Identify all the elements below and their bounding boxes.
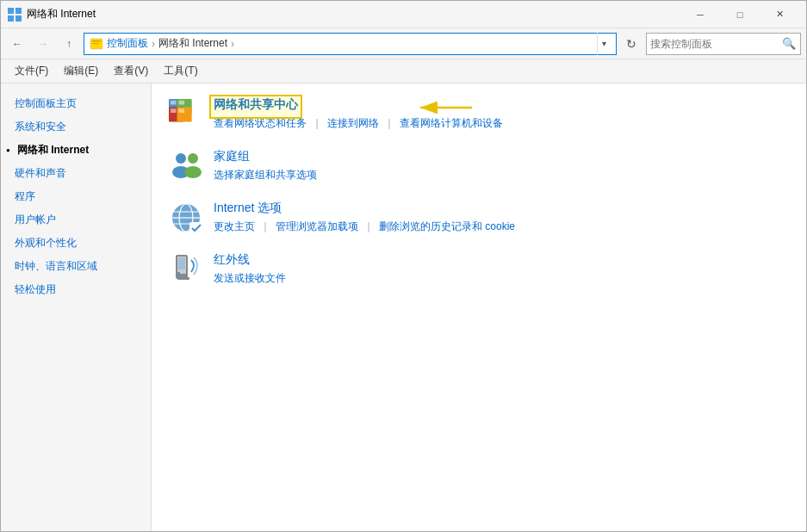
link-homegroup-sharing[interactable]: 选择家庭组和共享选项 [214, 168, 317, 182]
sidebar-item-programs[interactable]: 程序 [1, 185, 151, 208]
homegroup-content: 家庭组 选择家庭组和共享选项 [214, 149, 789, 182]
svg-point-17 [176, 153, 186, 164]
menu-edit[interactable]: 编辑(E) [57, 60, 105, 82]
internet-options-links: 更改主页 ｜ 管理浏览器加载项 ｜ 删除浏览的历史记录和 cookie [214, 220, 789, 234]
sidebar-item-accessibility[interactable]: 轻松使用 [1, 278, 151, 301]
menu-file[interactable]: 文件(F) [8, 60, 55, 82]
svg-rect-13 [171, 108, 177, 113]
link-change-homepage[interactable]: 更改主页 [214, 220, 255, 234]
title-bar: 网络和 Internet ─ □ ✕ [1, 1, 806, 28]
infrared-links: 发送或接收文件 [214, 271, 789, 286]
sidebar-item-hardware-sound[interactable]: 硬件和声音 [1, 162, 151, 185]
main-window: 网络和 Internet ─ □ ✕ ← → ↑ 控制面板 › 网络和 Inte… [0, 0, 807, 532]
minimize-button[interactable]: ─ [680, 1, 720, 28]
homegroup-title[interactable]: 家庭组 [214, 149, 250, 164]
homegroup-row: 家庭组 选择家庭组和共享选项 [169, 149, 789, 183]
internet-options-title[interactable]: Internet 选项 [214, 201, 282, 216]
infrared-row: 红外线 发送或接收文件 [169, 252, 789, 287]
network-sharing-links: 查看网络状态和任务 ｜ 连接到网络 ｜ 查看网络计算机和设备 [214, 116, 789, 131]
menu-view[interactable]: 查看(V) [107, 60, 155, 82]
address-icon [90, 37, 103, 51]
svg-rect-12 [178, 101, 184, 105]
network-sharing-icon [169, 97, 203, 132]
svg-rect-26 [189, 222, 202, 234]
close-button[interactable]: ✕ [760, 1, 799, 28]
svg-rect-0 [8, 8, 14, 14]
svg-rect-11 [171, 101, 177, 105]
link-view-computers[interactable]: 查看网络计算机和设备 [400, 116, 503, 131]
search-input[interactable] [650, 38, 781, 50]
sidebar-item-network-internet[interactable]: 网络和 Internet [1, 139, 151, 162]
menu-bar: 文件(F) 编辑(E) 查看(V) 工具(T) [1, 59, 806, 84]
breadcrumb-current: 网络和 Internet [158, 36, 227, 51]
window-controls: ─ □ ✕ [680, 1, 799, 28]
svg-rect-3 [16, 15, 22, 22]
network-sharing-content: 网络和共享中心 查看网络状态和任 [214, 97, 789, 131]
back-button[interactable]: ← [6, 33, 28, 55]
address-bar: ← → ↑ 控制面板 › 网络和 Internet › ▾ ↻ 🔍 [1, 28, 806, 59]
link-view-status[interactable]: 查看网络状态和任务 [214, 116, 307, 131]
homegroup-icon [169, 149, 203, 183]
svg-rect-31 [177, 277, 189, 280]
sidebar-item-user-accounts[interactable]: 用户帐户 [1, 208, 151, 232]
svg-point-18 [188, 153, 198, 164]
sidebar-item-system-security[interactable]: 系统和安全 [1, 115, 151, 139]
link-manage-addons[interactable]: 管理浏览器加载项 [276, 220, 358, 234]
svg-rect-30 [177, 272, 180, 275]
internet-options-row: Internet 选项 更改主页 ｜ 管理浏览器加载项 ｜ 删除浏览的历史记录和… [169, 201, 789, 235]
infrared-content: 红外线 发送或接收文件 [214, 252, 789, 286]
link-delete-history[interactable]: 删除浏览的历史记录和 cookie [379, 220, 515, 234]
sidebar-item-datetime[interactable]: 时钟、语言和区域 [1, 255, 151, 278]
svg-rect-6 [92, 43, 99, 44]
network-sharing-row: 网络和共享中心 查看网络状态和任 [169, 97, 789, 132]
internet-options-content: Internet 选项 更改主页 ｜ 管理浏览器加载项 ｜ 删除浏览的历史记录和… [214, 201, 789, 234]
link-send-receive-files[interactable]: 发送或接收文件 [214, 271, 286, 286]
breadcrumb: 控制面板 › 网络和 Internet › [107, 36, 593, 51]
internet-options-icon [169, 201, 203, 235]
sidebar: 控制面板主页 系统和安全 网络和 Internet 硬件和声音 程序 用户帐户 … [1, 84, 152, 531]
sidebar-item-appearance[interactable]: 外观和个性化 [1, 232, 151, 255]
main-content: 控制面板主页 系统和安全 网络和 Internet 硬件和声音 程序 用户帐户 … [1, 84, 806, 531]
address-dropdown[interactable]: ▾ [597, 33, 611, 55]
refresh-button[interactable]: ↻ [620, 33, 642, 55]
svg-rect-5 [92, 40, 101, 42]
infrared-title[interactable]: 红外线 [214, 252, 250, 268]
svg-rect-2 [8, 15, 14, 22]
maximize-button[interactable]: □ [720, 1, 760, 28]
homegroup-links: 选择家庭组和共享选项 [214, 168, 789, 182]
title-bar-icon [8, 8, 22, 22]
up-button[interactable]: ↑ [58, 33, 80, 55]
svg-point-20 [184, 166, 202, 178]
search-box: 🔍 [646, 33, 801, 55]
menu-tools[interactable]: 工具(T) [157, 60, 204, 82]
sidebar-item-control-panel-home[interactable]: 控制面板主页 [1, 92, 151, 115]
link-connect-network[interactable]: 连接到网络 [327, 116, 379, 131]
svg-rect-1 [16, 8, 22, 14]
window-title: 网络和 Internet [27, 7, 680, 22]
svg-rect-14 [178, 108, 184, 113]
breadcrumb-controlpanel[interactable]: 控制面板 [107, 36, 148, 51]
address-box[interactable]: 控制面板 › 网络和 Internet › ▾ [84, 33, 617, 55]
svg-rect-29 [178, 257, 185, 269]
right-panel: 网络和共享中心 查看网络状态和任 [152, 84, 806, 531]
forward-button[interactable]: → [32, 33, 54, 55]
infrared-icon [169, 252, 203, 287]
search-icon[interactable]: 🔍 [781, 36, 797, 52]
network-sharing-title[interactable]: 网络和共享中心 [214, 97, 298, 113]
